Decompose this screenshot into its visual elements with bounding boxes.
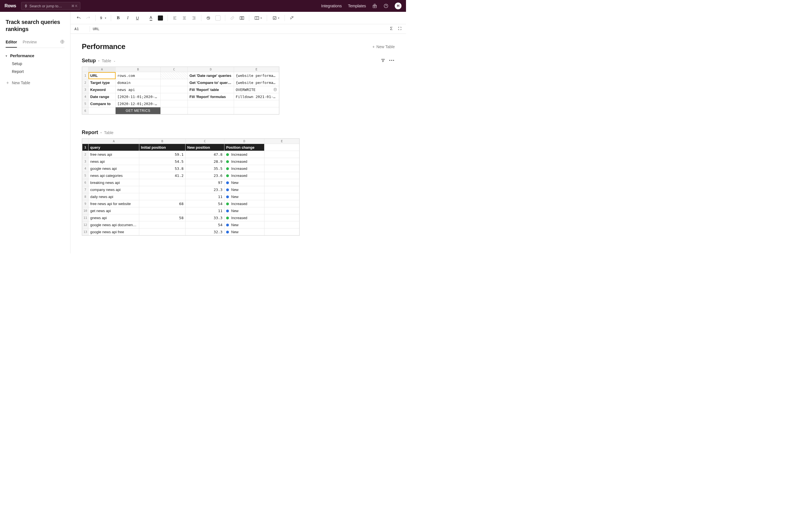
bold-button[interactable]: B <box>114 14 122 22</box>
cell[interactable]: news api categories <box>89 172 139 179</box>
cell[interactable] <box>264 186 299 193</box>
cell[interactable]: New <box>224 228 264 235</box>
cell[interactable] <box>234 100 279 107</box>
cell[interactable]: Increased <box>224 158 264 165</box>
cell[interactable] <box>139 179 186 186</box>
row-number[interactable]: 2 <box>82 79 89 86</box>
nav-templates[interactable]: Templates <box>348 4 366 8</box>
cell[interactable]: [2020-12-01;2020-12-… <box>116 100 161 107</box>
table-name-report[interactable]: Report <box>82 129 98 135</box>
column-header[interactable]: B <box>116 67 161 72</box>
column-header[interactable]: E <box>264 139 299 144</box>
cell[interactable] <box>161 100 188 107</box>
cell[interactable] <box>264 158 299 165</box>
cell[interactable]: Filldown 2021-01-21 1… <box>234 93 279 100</box>
font-size-select[interactable]: 9 ▾ <box>98 16 108 20</box>
row-number[interactable]: 4 <box>82 165 89 172</box>
tab-editor[interactable]: Editor <box>6 40 17 48</box>
cell[interactable]: 59.1 <box>139 151 186 158</box>
underline-button[interactable]: U <box>133 14 142 22</box>
get-metrics-button[interactable]: GET METRICS <box>116 107 160 114</box>
row-number[interactable]: 11 <box>82 214 89 221</box>
cell[interactable] <box>264 228 299 235</box>
cell[interactable] <box>264 214 299 221</box>
tab-preview[interactable]: Preview <box>22 40 37 48</box>
cell[interactable]: 47.8 <box>186 151 224 158</box>
cell[interactable]: 28.9 <box>186 158 224 165</box>
column-header[interactable]: D <box>224 139 264 144</box>
cell[interactable]: 33.3 <box>186 214 224 221</box>
column-header[interactable]: D <box>188 67 234 72</box>
sidebar-new-table[interactable]: New Table <box>6 78 64 88</box>
cell[interactable]: URL <box>89 72 116 79</box>
align-right-button[interactable] <box>190 14 198 22</box>
database-icon[interactable] <box>273 88 277 92</box>
column-header[interactable]: C <box>161 67 188 72</box>
fill-none-button[interactable] <box>214 14 222 22</box>
new-table-button[interactable]: + New Table <box>372 45 395 49</box>
align-center-button[interactable] <box>180 14 189 22</box>
row-number[interactable]: 7 <box>82 186 89 193</box>
cell[interactable]: {website performance} <box>234 79 279 86</box>
cell[interactable] <box>139 193 186 200</box>
cell[interactable]: google news api free <box>89 228 139 235</box>
expand-icon[interactable] <box>398 26 402 32</box>
cell[interactable]: New <box>224 186 264 193</box>
chevron-down-icon[interactable]: ⌄ <box>113 59 116 62</box>
cell[interactable]: news api <box>116 86 161 93</box>
cell[interactable] <box>161 79 188 86</box>
cell[interactable]: gnews api <box>89 214 139 221</box>
report-header-cell[interactable]: query <box>89 144 139 151</box>
cell[interactable]: 35.5 <box>186 165 224 172</box>
cell[interactable]: Keyword <box>89 86 116 93</box>
cell[interactable]: free news api <box>89 151 139 158</box>
row-number[interactable]: 5 <box>82 100 89 107</box>
cell[interactable]: 23.6 <box>186 172 224 179</box>
cell[interactable]: 11 <box>186 207 224 214</box>
cell[interactable] <box>264 221 299 228</box>
row-number[interactable]: 4 <box>82 93 89 100</box>
text-color-button[interactable]: A <box>147 14 155 22</box>
nav-integrations[interactable]: Integrations <box>321 4 342 8</box>
cell[interactable]: Fill 'Report' formulas <box>188 93 234 100</box>
column-header[interactable]: A <box>89 67 116 72</box>
more-icon[interactable]: ••• <box>389 58 395 63</box>
setup-grid[interactable]: ABCDE1URLrows.comGet 'Date range' querie… <box>82 66 280 115</box>
cell[interactable]: daily news api <box>89 193 139 200</box>
cell[interactable]: 54 <box>186 221 224 228</box>
tree-item-report[interactable]: Report <box>6 68 64 75</box>
tree-section-performance[interactable]: ▾ Performance <box>6 52 64 60</box>
cell[interactable]: 54.5 <box>139 158 186 165</box>
cell[interactable] <box>139 186 186 193</box>
cell[interactable] <box>161 107 188 114</box>
column-header[interactable]: A <box>89 139 139 144</box>
cell[interactable]: Date range <box>89 93 116 100</box>
cell[interactable]: OVERWRITE <box>234 86 279 93</box>
cell[interactable]: domain <box>116 79 161 86</box>
formula-value[interactable]: URL <box>93 27 389 31</box>
align-left-button[interactable] <box>170 14 179 22</box>
merge-button[interactable]: ▾ <box>252 14 264 22</box>
cell[interactable]: google news api documentat… <box>89 221 139 228</box>
cell[interactable] <box>89 107 116 114</box>
cell[interactable] <box>264 151 299 158</box>
cell[interactable]: New <box>224 207 264 214</box>
gift-icon[interactable] <box>372 3 377 8</box>
cell[interactable]: Target type <box>89 79 116 86</box>
undo-button[interactable] <box>74 14 83 22</box>
user-avatar[interactable]: H <box>395 3 402 9</box>
cell[interactable] <box>264 165 299 172</box>
row-number[interactable]: 1 <box>82 144 89 151</box>
cell[interactable]: Increased <box>224 214 264 221</box>
link-button[interactable] <box>228 14 237 22</box>
global-search[interactable]: Search or jump to… ⌘ K <box>21 2 80 10</box>
cell[interactable]: 97 <box>186 179 224 186</box>
table-type-report[interactable]: Table <box>104 130 113 135</box>
checkbox-button[interactable]: ▾ <box>270 14 282 22</box>
column-header[interactable]: B <box>139 139 186 144</box>
cell[interactable]: New <box>224 179 264 186</box>
cell[interactable]: 68 <box>139 200 186 207</box>
row-number[interactable]: 6 <box>82 107 89 114</box>
magic-button[interactable] <box>288 14 296 22</box>
cell[interactable]: Increased <box>224 200 264 207</box>
